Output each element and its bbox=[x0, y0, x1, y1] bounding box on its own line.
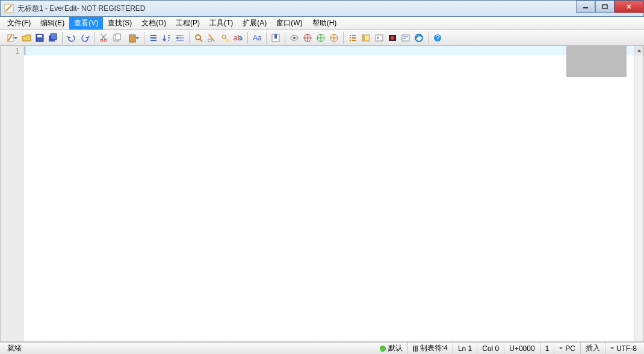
caret bbox=[25, 46, 25, 55]
text-editor[interactable] bbox=[23, 46, 634, 341]
save-icon bbox=[35, 33, 45, 43]
svg-rect-7 bbox=[51, 34, 57, 40]
status-col[interactable]: Col 0 bbox=[477, 343, 504, 354]
menu-扩展[interactable]: 扩展(A) bbox=[238, 17, 271, 30]
statusbar: 就绪 默认 制表符:4 Ln 1 Col 0 U+0000 1 PC 插入 UT… bbox=[0, 342, 644, 354]
maximize-button[interactable] bbox=[595, 1, 615, 13]
open-button[interactable] bbox=[20, 32, 33, 44]
svg-rect-15 bbox=[208, 39, 211, 42]
toolbar-separator bbox=[285, 32, 285, 44]
web1-button[interactable] bbox=[302, 32, 314, 44]
menu-帮助[interactable]: 帮助(H) bbox=[308, 17, 342, 30]
menu-查找[interactable]: 查找(S) bbox=[103, 17, 137, 30]
svg-rect-2 bbox=[602, 5, 607, 8]
status-line[interactable]: Ln 1 bbox=[453, 343, 477, 354]
indent-icon bbox=[175, 33, 185, 43]
status-enc-label: UTF-8 bbox=[616, 344, 637, 353]
list-icon bbox=[149, 33, 158, 43]
copy-icon bbox=[112, 33, 122, 43]
scroll-up-icon[interactable] bbox=[634, 46, 643, 55]
toolbar-separator bbox=[94, 32, 94, 44]
findreplace-button[interactable] bbox=[219, 32, 231, 44]
open-icon bbox=[22, 33, 31, 43]
copy-button[interactable] bbox=[111, 32, 123, 44]
status-count[interactable]: 1 bbox=[540, 343, 555, 354]
case-button[interactable]: Aa bbox=[251, 32, 263, 44]
status-mode[interactable]: 默认 bbox=[375, 343, 408, 354]
highlight-icon: abac bbox=[234, 33, 243, 43]
cut-icon bbox=[99, 33, 108, 43]
listview-icon bbox=[348, 33, 358, 43]
sort-button[interactable] bbox=[161, 32, 173, 44]
list-button[interactable] bbox=[147, 32, 159, 44]
bookmark-button[interactable] bbox=[270, 32, 282, 44]
status-enc[interactable]: UTF-8 bbox=[605, 343, 642, 354]
redo-button[interactable] bbox=[79, 32, 91, 44]
menu-工具[interactable]: 工具(T) bbox=[205, 17, 238, 30]
minimap[interactable] bbox=[566, 46, 627, 77]
new-button[interactable] bbox=[2, 32, 19, 44]
status-tabstop[interactable]: 制表符:4 bbox=[408, 343, 453, 354]
status-ins[interactable]: 插入 bbox=[581, 343, 605, 354]
svg-point-8 bbox=[101, 39, 103, 42]
undo-button[interactable] bbox=[66, 32, 78, 44]
menubar: 文件(F)编辑(E)查看(V)查找(S)文档(D)工程(P)工具(T)扩展(A)… bbox=[0, 17, 644, 30]
app-icon bbox=[4, 4, 14, 13]
dropdown-icon bbox=[559, 347, 563, 351]
close-button[interactable] bbox=[615, 1, 643, 13]
status-tabstop-label: 制表符:4 bbox=[420, 343, 448, 353]
svg-text:ac: ac bbox=[238, 34, 243, 42]
toolbar-separator bbox=[144, 32, 144, 44]
output-button[interactable] bbox=[400, 32, 412, 44]
tabstop-icon bbox=[413, 346, 418, 352]
paste-icon bbox=[128, 33, 137, 43]
eye-button[interactable] bbox=[288, 32, 300, 44]
vertical-scrollbar[interactable] bbox=[634, 46, 643, 341]
toolbar-separator bbox=[266, 32, 267, 44]
menu-编辑[interactable]: 编辑(E) bbox=[36, 17, 69, 30]
status-ready: 就绪 bbox=[2, 343, 26, 354]
svg-rect-32 bbox=[402, 35, 409, 41]
saveall-button[interactable] bbox=[47, 32, 59, 44]
menu-文档[interactable]: 文档(D) bbox=[137, 17, 171, 30]
menu-窗口[interactable]: 窗口(W) bbox=[271, 17, 307, 30]
output-icon bbox=[401, 33, 410, 43]
status-eol-label: PC bbox=[565, 344, 575, 353]
svg-point-31 bbox=[391, 36, 394, 40]
record-icon bbox=[388, 33, 397, 43]
paste-button[interactable] bbox=[124, 32, 141, 44]
web3-button[interactable] bbox=[328, 32, 340, 44]
save-button[interactable] bbox=[34, 32, 46, 44]
svg-text:?: ? bbox=[436, 34, 440, 42]
find-button[interactable] bbox=[193, 32, 205, 44]
window-title: 无标题1 - EverEdit- NOT REGISTERED bbox=[17, 4, 576, 14]
record-button[interactable] bbox=[386, 32, 398, 44]
replace-button[interactable] bbox=[206, 32, 218, 44]
status-eol[interactable]: PC bbox=[554, 343, 581, 354]
highlight-button[interactable]: abac bbox=[232, 32, 244, 44]
toolbar-separator bbox=[247, 32, 248, 44]
svg-point-23 bbox=[293, 37, 296, 39]
svg-rect-28 bbox=[362, 35, 365, 41]
help-button[interactable]: ? bbox=[432, 32, 444, 44]
find-icon bbox=[194, 33, 203, 43]
eye-icon bbox=[289, 33, 299, 43]
ie-button[interactable] bbox=[413, 32, 425, 44]
cut-button[interactable] bbox=[98, 32, 110, 44]
panel-button[interactable] bbox=[360, 32, 372, 44]
minimize-button[interactable] bbox=[576, 1, 595, 13]
menu-工程[interactable]: 工程(P) bbox=[171, 17, 205, 30]
svg-point-9 bbox=[104, 39, 107, 42]
saveall-icon bbox=[48, 33, 58, 43]
menu-文件[interactable]: 文件(F) bbox=[2, 17, 36, 30]
listview-button[interactable] bbox=[347, 32, 359, 44]
editor-area: 1 bbox=[0, 46, 644, 342]
menu-查看[interactable]: 查看(V) bbox=[69, 17, 103, 30]
terminal-button[interactable] bbox=[373, 32, 385, 44]
indent-button[interactable] bbox=[174, 32, 186, 44]
web1-icon bbox=[303, 33, 312, 43]
web2-button[interactable] bbox=[315, 32, 327, 44]
status-unicode[interactable]: U+0000 bbox=[504, 343, 540, 354]
window-controls bbox=[576, 1, 643, 16]
panel-icon bbox=[361, 33, 371, 43]
